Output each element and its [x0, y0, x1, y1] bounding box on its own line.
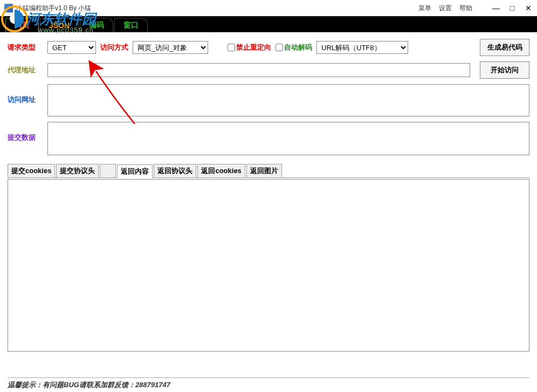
no-redirect-checkbox[interactable]: 禁止重定向 [228, 43, 271, 52]
proxy-input[interactable] [47, 63, 470, 77]
minimize-button[interactable]: — [492, 4, 500, 12]
url-input[interactable] [47, 84, 529, 116]
tab-json[interactable]: JSON [40, 18, 79, 32]
app-title: 小猛编程助手v1.0 By 小猛 [16, 4, 91, 13]
btab-response-cookies[interactable]: 返回cookies [197, 164, 245, 177]
menu-help[interactable]: 帮助 [459, 4, 472, 13]
maximize-button[interactable]: □ [508, 4, 517, 12]
btab-empty[interactable] [100, 164, 116, 177]
row-request: 请求类型 GET 访问方式 网页_访问_对象 禁止重定向 自动解码 URL解码（… [8, 39, 529, 56]
btab-submit-cookies[interactable]: 提交cookies [8, 164, 55, 177]
app-icon [4, 4, 13, 12]
row-post: 提交数据 [8, 122, 529, 155]
row-proxy: 代理地址 开始访问 [8, 61, 529, 79]
close-button[interactable]: ✕ [524, 4, 533, 12]
request-type-label: 请求类型 [8, 43, 43, 52]
menu-bar: 菜单 设置 帮助 [418, 4, 472, 13]
tab-webpage[interactable]: 网页 [5, 18, 39, 32]
proxy-label: 代理地址 [8, 65, 43, 75]
menu-main[interactable]: 菜单 [418, 4, 431, 13]
main-tabbar: 网页 JSON 编码 窗口 [0, 16, 537, 32]
menu-settings[interactable]: 设置 [439, 4, 452, 13]
tab-encode[interactable]: 编码 [80, 18, 113, 32]
title-bar: 小猛编程助手v1.0 By 小猛 菜单 设置 帮助 — □ ✕ [0, 0, 537, 16]
url-label: 访问网址 [8, 84, 43, 105]
url-decode-select[interactable]: URL解码（UTF8） [316, 41, 408, 54]
access-mode-label: 访问方式 [100, 43, 128, 52]
window-controls: — □ ✕ [492, 4, 533, 12]
auto-decode-input[interactable] [276, 44, 283, 51]
no-redirect-input[interactable] [228, 44, 235, 51]
post-input[interactable] [47, 122, 529, 155]
btab-response-image[interactable]: 返回图片 [246, 164, 282, 177]
start-visit-button[interactable]: 开始访问 [480, 61, 529, 79]
request-type-select[interactable]: GET [47, 41, 96, 54]
btab-response-body[interactable]: 返回内容 [117, 164, 153, 178]
status-bar: 温馨提示：有问题BUG请联系加群反馈：288791747 [8, 377, 529, 390]
auto-decode-checkbox[interactable]: 自动解码 [276, 43, 312, 52]
btab-submit-headers[interactable]: 提交协议头 [56, 164, 99, 177]
tab-window[interactable]: 窗口 [114, 18, 148, 32]
body-tabbar: 提交cookies 提交协议头 返回内容 返回协议头 返回cookies 返回图… [8, 164, 529, 178]
post-label: 提交数据 [8, 122, 43, 142]
response-body-area[interactable] [8, 179, 529, 352]
generate-code-button[interactable]: 生成易代码 [480, 39, 529, 56]
row-url: 访问网址 [8, 84, 529, 116]
btab-response-headers[interactable]: 返回协议头 [154, 164, 196, 177]
main-panel: 请求类型 GET 访问方式 网页_访问_对象 禁止重定向 自动解码 URL解码（… [0, 32, 537, 164]
access-mode-select[interactable]: 网页_访问_对象 [133, 41, 208, 54]
